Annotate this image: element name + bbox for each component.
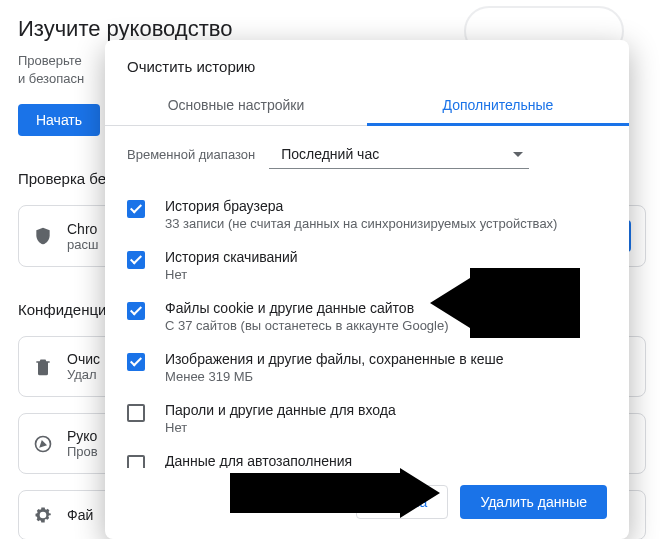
clear-data-button[interactable]: Удалить данные xyxy=(460,485,607,519)
dialog-tabs: Основные настройки Дополнительные xyxy=(105,87,629,126)
data-type-row: Файлы cookie и другие данные сайтовС 37 … xyxy=(127,291,613,342)
cancel-button[interactable]: Отмена xyxy=(356,485,448,519)
data-type-row: Пароли и другие данные для входаНет xyxy=(127,393,613,444)
security-card-title: Chro xyxy=(67,221,98,237)
compass-icon xyxy=(33,434,53,454)
data-type-row: История браузера33 записи (не считая дан… xyxy=(127,189,613,240)
checkbox[interactable] xyxy=(127,302,145,320)
file-card-title: Фай xyxy=(67,507,93,523)
checkbox[interactable] xyxy=(127,404,145,422)
dialog-scroll-area[interactable]: Временной диапазон Последний час История… xyxy=(105,126,629,468)
data-type-sub: С 37 сайтов (вы останетесь в аккаунте Go… xyxy=(165,318,449,333)
data-type-title: История скачиваний xyxy=(165,249,298,265)
checkbox[interactable] xyxy=(127,251,145,269)
data-type-sub: 33 записи (не считая данных на синхрониз… xyxy=(165,216,557,231)
clear-history-dialog: Очистить историю Основные настройки Допо… xyxy=(105,40,629,539)
data-type-row: Данные для автозаполнения xyxy=(127,444,613,468)
data-type-sub: Нет xyxy=(165,267,298,282)
data-type-sub: Нет xyxy=(165,420,396,435)
data-type-title: Пароли и другие данные для входа xyxy=(165,402,396,418)
checkbox[interactable] xyxy=(127,200,145,218)
shield-icon xyxy=(33,226,53,246)
data-type-row: Изображения и другие файлы, сохраненные … xyxy=(127,342,613,393)
time-range-label: Временной диапазон xyxy=(127,147,255,162)
guide-card-title: Руко xyxy=(67,428,98,444)
security-card-sub: расш xyxy=(67,237,98,252)
data-type-title: История браузера xyxy=(165,198,557,214)
gear-icon xyxy=(33,505,53,525)
tab-advanced[interactable]: Дополнительные xyxy=(367,87,629,125)
checkbox[interactable] xyxy=(127,353,145,371)
chevron-down-icon xyxy=(513,152,523,157)
data-type-sub: Менее 319 МБ xyxy=(165,369,504,384)
data-type-row: История скачиванийНет xyxy=(127,240,613,291)
dialog-title: Очистить историю xyxy=(105,40,629,87)
tab-basic[interactable]: Основные настройки xyxy=(105,87,367,125)
time-range-select[interactable]: Последний час xyxy=(269,140,529,169)
clear-card-title: Очис xyxy=(67,351,100,367)
data-type-title: Данные для автозаполнения xyxy=(165,453,352,468)
guide-card-sub: Пров xyxy=(67,444,98,459)
start-button[interactable]: Начать xyxy=(18,104,100,136)
dialog-footer: Отмена Удалить данные xyxy=(105,468,629,539)
data-type-title: Изображения и другие файлы, сохраненные … xyxy=(165,351,504,367)
data-type-title: Файлы cookie и другие данные сайтов xyxy=(165,300,449,316)
clear-card-sub: Удал xyxy=(67,367,100,382)
checkbox[interactable] xyxy=(127,455,145,468)
time-range-value: Последний час xyxy=(281,146,379,162)
trash-icon xyxy=(33,357,53,377)
